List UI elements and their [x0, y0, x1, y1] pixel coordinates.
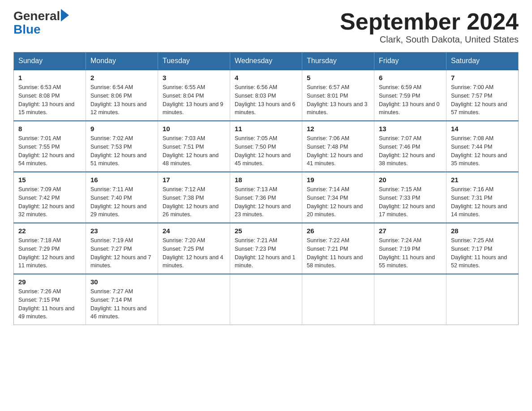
day-info: Sunrise: 7:25 AM Sunset: 7:17 PM Dayligh…: [451, 236, 514, 270]
sunrise-label: Sunrise: 7:26 AM: [18, 288, 61, 295]
day-number: 2: [90, 74, 153, 81]
day-info: Sunrise: 6:56 AM Sunset: 8:03 PM Dayligh…: [235, 83, 297, 117]
sunset-label: Sunset: 7:55 PM: [18, 144, 60, 150]
sunset-label: Sunset: 8:03 PM: [235, 93, 276, 99]
sunset-label: Sunset: 7:25 PM: [163, 246, 204, 252]
calendar-cell: 4 Sunrise: 6:56 AM Sunset: 8:03 PM Dayli…: [230, 70, 302, 121]
sunrise-label: Sunrise: 6:55 AM: [163, 84, 205, 90]
calendar-cell: [230, 274, 302, 325]
calendar-cell: 19 Sunrise: 7:14 AM Sunset: 7:34 PM Dayl…: [302, 172, 374, 223]
day-number: 12: [307, 125, 369, 133]
header-wednesday: Wednesday: [230, 52, 302, 70]
logo-arrow-icon: [61, 9, 69, 21]
calendar-week-row: 1 Sunrise: 6:53 AM Sunset: 8:08 PM Dayli…: [14, 70, 519, 121]
logo-blue: Blue: [13, 23, 69, 36]
day-info: Sunrise: 7:03 AM Sunset: 7:51 PM Dayligh…: [163, 134, 225, 168]
day-info: Sunrise: 7:12 AM Sunset: 7:38 PM Dayligh…: [163, 185, 225, 219]
calendar-cell: 11 Sunrise: 7:05 AM Sunset: 7:50 PM Dayl…: [230, 121, 302, 172]
day-number: 18: [235, 176, 297, 184]
sunrise-label: Sunrise: 7:25 AM: [451, 237, 493, 244]
day-number: 16: [90, 176, 153, 184]
header-sunday: Sunday: [14, 52, 86, 70]
day-number: 26: [307, 227, 369, 235]
day-info: Sunrise: 7:11 AM Sunset: 7:40 PM Dayligh…: [90, 185, 153, 219]
sunset-label: Sunset: 7:44 PM: [451, 144, 492, 150]
daylight-label: Daylight: 12 hours and 7 minutes.: [90, 254, 151, 269]
sunrise-label: Sunrise: 6:56 AM: [235, 84, 277, 90]
sunset-label: Sunset: 7:51 PM: [163, 144, 204, 150]
logo-general: General: [13, 9, 60, 23]
day-number: 30: [90, 278, 153, 286]
day-number: 14: [451, 125, 514, 133]
sunset-label: Sunset: 7:59 PM: [379, 93, 420, 99]
sunset-label: Sunset: 7:57 PM: [451, 93, 492, 99]
calendar-cell: 1 Sunrise: 6:53 AM Sunset: 8:08 PM Dayli…: [14, 70, 86, 121]
calendar-cell: [158, 274, 230, 325]
daylight-label: Daylight: 13 hours and 0 minutes.: [379, 101, 440, 116]
daylight-label: Daylight: 12 hours and 23 minutes.: [235, 203, 291, 218]
calendar-cell: 13 Sunrise: 7:07 AM Sunset: 7:46 PM Dayl…: [374, 121, 446, 172]
sunset-label: Sunset: 7:14 PM: [90, 297, 132, 303]
day-info: Sunrise: 7:27 AM Sunset: 7:14 PM Dayligh…: [90, 287, 153, 321]
sunset-label: Sunset: 7:15 PM: [18, 297, 60, 303]
calendar-cell: 30 Sunrise: 7:27 AM Sunset: 7:14 PM Dayl…: [86, 274, 158, 325]
daylight-label: Daylight: 13 hours and 6 minutes.: [235, 101, 296, 116]
calendar-cell: 16 Sunrise: 7:11 AM Sunset: 7:40 PM Dayl…: [86, 172, 158, 223]
calendar-cell: 7 Sunrise: 7:00 AM Sunset: 7:57 PM Dayli…: [446, 70, 519, 121]
daylight-label: Daylight: 12 hours and 48 minutes.: [163, 152, 219, 167]
daylight-label: Daylight: 12 hours and 35 minutes.: [451, 152, 507, 167]
sunset-label: Sunset: 7:29 PM: [18, 246, 60, 252]
calendar-cell: 25 Sunrise: 7:21 AM Sunset: 7:23 PM Dayl…: [230, 223, 302, 274]
day-info: Sunrise: 7:19 AM Sunset: 7:27 PM Dayligh…: [90, 236, 153, 270]
daylight-label: Daylight: 12 hours and 11 minutes.: [18, 254, 74, 269]
day-info: Sunrise: 7:06 AM Sunset: 7:48 PM Dayligh…: [307, 134, 369, 168]
day-number: 28: [451, 227, 514, 235]
calendar-header-row: SundayMondayTuesdayWednesdayThursdayFrid…: [14, 52, 519, 70]
calendar-cell: 20 Sunrise: 7:15 AM Sunset: 7:33 PM Dayl…: [374, 172, 446, 223]
calendar-cell: 15 Sunrise: 7:09 AM Sunset: 7:42 PM Dayl…: [14, 172, 86, 223]
sunset-label: Sunset: 7:17 PM: [451, 246, 492, 252]
day-info: Sunrise: 6:57 AM Sunset: 8:01 PM Dayligh…: [307, 83, 369, 117]
calendar-cell: 24 Sunrise: 7:20 AM Sunset: 7:25 PM Dayl…: [158, 223, 230, 274]
calendar-cell: 27 Sunrise: 7:24 AM Sunset: 7:19 PM Dayl…: [374, 223, 446, 274]
daylight-label: Daylight: 12 hours and 4 minutes.: [163, 254, 223, 269]
header-tuesday: Tuesday: [158, 52, 230, 70]
day-number: 10: [163, 125, 225, 133]
sunset-label: Sunset: 8:01 PM: [307, 93, 348, 99]
sunrise-label: Sunrise: 7:12 AM: [163, 186, 205, 193]
sunset-label: Sunset: 7:27 PM: [90, 246, 132, 252]
daylight-label: Daylight: 13 hours and 3 minutes.: [307, 101, 368, 116]
calendar-cell: 10 Sunrise: 7:03 AM Sunset: 7:51 PM Dayl…: [158, 121, 230, 172]
calendar-cell: 28 Sunrise: 7:25 AM Sunset: 7:17 PM Dayl…: [446, 223, 519, 274]
daylight-label: Daylight: 12 hours and 1 minute.: [235, 254, 296, 269]
sunrise-label: Sunrise: 6:54 AM: [90, 84, 133, 90]
calendar-cell: 23 Sunrise: 7:19 AM Sunset: 7:27 PM Dayl…: [86, 223, 158, 274]
day-info: Sunrise: 7:13 AM Sunset: 7:36 PM Dayligh…: [235, 185, 297, 219]
daylight-label: Daylight: 11 hours and 49 minutes.: [18, 305, 74, 320]
calendar-cell: 18 Sunrise: 7:13 AM Sunset: 7:36 PM Dayl…: [230, 172, 302, 223]
sunset-label: Sunset: 7:31 PM: [451, 195, 492, 201]
sunset-label: Sunset: 8:06 PM: [90, 93, 132, 99]
day-info: Sunrise: 7:22 AM Sunset: 7:21 PM Dayligh…: [307, 236, 369, 270]
calendar-cell: 5 Sunrise: 6:57 AM Sunset: 8:01 PM Dayli…: [302, 70, 374, 121]
calendar-cell: 22 Sunrise: 7:18 AM Sunset: 7:29 PM Dayl…: [14, 223, 86, 274]
daylight-label: Daylight: 13 hours and 12 minutes.: [90, 101, 146, 116]
header-monday: Monday: [86, 52, 158, 70]
sunrise-label: Sunrise: 7:22 AM: [307, 237, 349, 244]
day-number: 3: [163, 74, 225, 81]
sunrise-label: Sunrise: 7:20 AM: [163, 237, 205, 244]
calendar-cell: 3 Sunrise: 6:55 AM Sunset: 8:04 PM Dayli…: [158, 70, 230, 121]
logo[interactable]: General Blue: [13, 9, 69, 36]
day-info: Sunrise: 7:26 AM Sunset: 7:15 PM Dayligh…: [18, 287, 81, 321]
daylight-label: Daylight: 12 hours and 51 minutes.: [90, 152, 146, 167]
day-number: 29: [18, 278, 81, 286]
day-info: Sunrise: 7:20 AM Sunset: 7:25 PM Dayligh…: [163, 236, 225, 270]
sunrise-label: Sunrise: 7:19 AM: [90, 237, 133, 244]
calendar-cell: [446, 274, 519, 325]
sunset-label: Sunset: 7:42 PM: [18, 195, 60, 201]
day-info: Sunrise: 6:54 AM Sunset: 8:06 PM Dayligh…: [90, 83, 153, 117]
header-thursday: Thursday: [302, 52, 374, 70]
day-number: 4: [235, 74, 297, 81]
sunset-label: Sunset: 7:46 PM: [379, 144, 420, 150]
sunrise-label: Sunrise: 7:00 AM: [451, 84, 493, 90]
